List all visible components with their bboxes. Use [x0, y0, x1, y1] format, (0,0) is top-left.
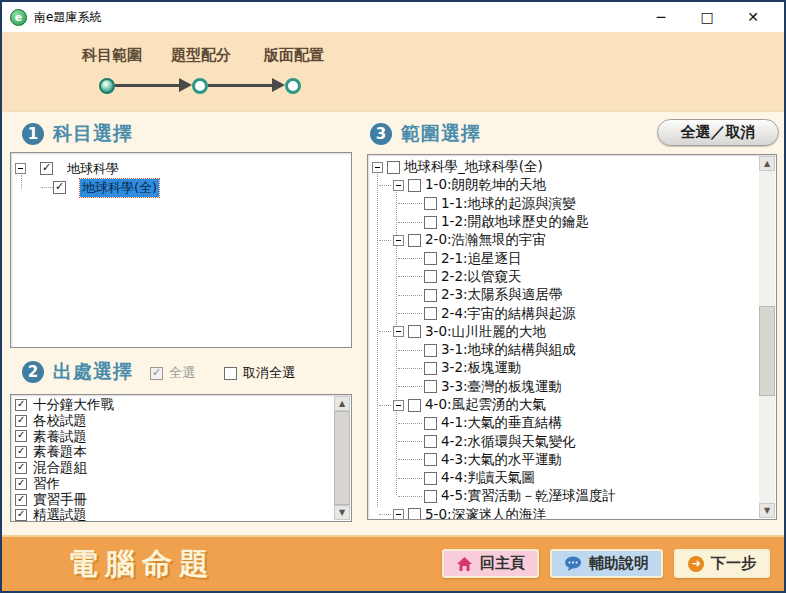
tree-row[interactable]: 3-3:臺灣的板塊運動 [398, 378, 776, 396]
tree-row[interactable]: 2-0:浩瀚無垠的宇宙 [379, 231, 776, 249]
collapse-icon[interactable] [393, 400, 404, 411]
list-item[interactable]: 各校試題 [11, 413, 351, 429]
tree-item-label[interactable]: 3-2:板塊運動 [441, 359, 522, 377]
checkbox[interactable] [408, 179, 421, 192]
tree-row[interactable]: 4-3:大氣的水平運動 [398, 451, 776, 469]
home-button[interactable]: 回主頁 [442, 549, 539, 578]
checkbox[interactable] [424, 197, 437, 210]
tree-row[interactable]: 地球科學_地球科學(全) [372, 158, 776, 176]
tree-item-label[interactable]: 4-1:大氣的垂直結構 [441, 414, 562, 432]
tree-row[interactable]: 4-5:實習活動－乾溼球溫度計 [398, 487, 776, 505]
checkbox[interactable] [15, 494, 27, 506]
collapse-icon[interactable] [372, 162, 383, 173]
select-all-option[interactable]: 全選 [150, 364, 195, 382]
tree-item-label[interactable]: 3-0:山川壯麗的大地 [425, 323, 546, 341]
checkbox[interactable] [408, 508, 421, 520]
minimize-button[interactable]: ─ [638, 2, 684, 32]
tree-item-label[interactable]: 2-4:宇宙的結構與起源 [441, 305, 576, 323]
next-step-button[interactable]: ➜ 下一步 [674, 549, 770, 578]
checkbox[interactable] [424, 362, 437, 375]
collapse-icon[interactable] [393, 326, 404, 337]
tree-row[interactable]: 4-4:判讀天氣圖 [398, 469, 776, 487]
tree-row[interactable]: 2-2:以管窺天 [398, 268, 776, 286]
list-item[interactable]: 習作 [11, 476, 351, 492]
checkbox[interactable] [15, 462, 27, 474]
tree-row[interactable]: 1-1:地球的起源與演變 [398, 195, 776, 213]
checkbox[interactable] [15, 415, 27, 427]
tree-item-label[interactable]: 4-0:風起雲湧的大氣 [425, 396, 546, 414]
subject-tree-child[interactable]: 地球科學(全) [41, 178, 351, 197]
tree-row[interactable]: 3-0:山川壯麗的大地 [379, 323, 776, 341]
tree-item-label[interactable]: 地球科學_地球科學(全) [404, 158, 543, 176]
checkbox[interactable] [424, 435, 437, 448]
scroll-down-icon[interactable]: ▼ [759, 503, 775, 518]
tree-item-label[interactable]: 4-2:水循環與天氣變化 [441, 433, 576, 451]
scrollbar-thumb[interactable] [334, 411, 350, 505]
collapse-icon[interactable] [393, 180, 404, 191]
deselect-all-option[interactable]: 取消全選 [224, 364, 295, 382]
checkbox[interactable] [15, 430, 27, 442]
scrollbar[interactable]: ▲ ▼ [759, 156, 775, 518]
checkbox[interactable] [424, 270, 437, 283]
checkbox[interactable] [424, 472, 437, 485]
scroll-down-icon[interactable]: ▼ [334, 505, 350, 520]
tree-row[interactable]: 5-0:深邃迷人的海洋 [379, 506, 776, 520]
checkbox[interactable] [15, 399, 27, 411]
checkbox[interactable] [150, 367, 163, 380]
tree-row[interactable]: 2-3:太陽系與適居帶 [398, 286, 776, 304]
checkbox[interactable] [408, 234, 421, 247]
checkbox[interactable] [15, 509, 27, 521]
list-item[interactable]: 實習手冊 [11, 492, 351, 508]
checkbox[interactable] [15, 478, 27, 490]
checkbox[interactable] [424, 417, 437, 430]
checkbox[interactable] [424, 289, 437, 302]
selected-tree-item-label[interactable]: 地球科學(全) [80, 179, 159, 197]
help-button[interactable]: 輔助說明 [550, 549, 663, 578]
checkbox[interactable] [424, 344, 437, 357]
tree-item-label[interactable]: 1-1:地球的起源與演變 [441, 195, 576, 213]
checkbox[interactable] [15, 446, 27, 458]
tree-item-label[interactable]: 3-1:地球的結構與組成 [441, 341, 576, 359]
checkbox[interactable] [408, 325, 421, 338]
checkbox[interactable] [424, 380, 437, 393]
checkbox[interactable] [408, 399, 421, 412]
tree-item-label[interactable]: 5-0:深邃迷人的海洋 [425, 506, 546, 520]
tree-item-label[interactable]: 2-3:太陽系與適居帶 [441, 286, 562, 304]
collapse-icon[interactable] [393, 509, 404, 520]
tree-row[interactable]: 3-2:板塊運動 [398, 359, 776, 377]
tree-row[interactable]: 4-0:風起雲湧的大氣 [379, 396, 776, 414]
tree-item-label[interactable]: 1-0:朗朗乾坤的天地 [425, 176, 546, 194]
tree-row[interactable]: 1-2:開啟地球歷史的鑰匙 [398, 213, 776, 231]
checkbox[interactable] [424, 252, 437, 265]
tree-item-label[interactable]: 2-0:浩瀚無垠的宇宙 [425, 231, 546, 249]
checkbox[interactable] [40, 162, 53, 175]
tree-item-label[interactable]: 2-2:以管窺天 [441, 268, 522, 286]
tree-row[interactable]: 3-1:地球的結構與組成 [398, 341, 776, 359]
subject-tree-root[interactable]: 地球科學 [15, 159, 351, 178]
scroll-up-icon[interactable]: ▲ [759, 156, 775, 171]
tree-row[interactable]: 4-1:大氣的垂直結構 [398, 414, 776, 432]
list-item[interactable]: 精選試題 [11, 508, 351, 522]
list-item[interactable]: 混合題組 [11, 460, 351, 476]
select-toggle-button[interactable]: 全選／取消 [657, 119, 779, 146]
tree-row[interactable]: 4-2:水循環與天氣變化 [398, 432, 776, 450]
tree-row[interactable]: 1-0:朗朗乾坤的天地 [379, 176, 776, 194]
maximize-button[interactable]: □ [684, 2, 730, 32]
close-button[interactable]: ✕ [730, 2, 776, 32]
checkbox[interactable] [387, 161, 400, 174]
checkbox[interactable] [424, 307, 437, 320]
checkbox[interactable] [424, 490, 437, 503]
collapse-icon[interactable] [15, 163, 26, 174]
collapse-icon[interactable] [393, 235, 404, 246]
scrollbar-thumb[interactable] [759, 306, 775, 396]
list-item[interactable]: 十分鐘大作戰 [11, 397, 351, 413]
checkbox[interactable] [224, 367, 237, 380]
tree-row[interactable]: 2-4:宇宙的結構與起源 [398, 304, 776, 322]
tree-item-label[interactable]: 4-4:判讀天氣圖 [441, 469, 535, 487]
list-item[interactable]: 素養題本 [11, 444, 351, 460]
checkbox[interactable] [424, 216, 437, 229]
checkbox[interactable] [53, 181, 66, 194]
tree-item-label[interactable]: 4-5:實習活動－乾溼球溫度計 [441, 487, 616, 505]
tree-item-label[interactable]: 3-3:臺灣的板塊運動 [441, 378, 562, 396]
list-item[interactable]: 素養試題 [11, 429, 351, 445]
